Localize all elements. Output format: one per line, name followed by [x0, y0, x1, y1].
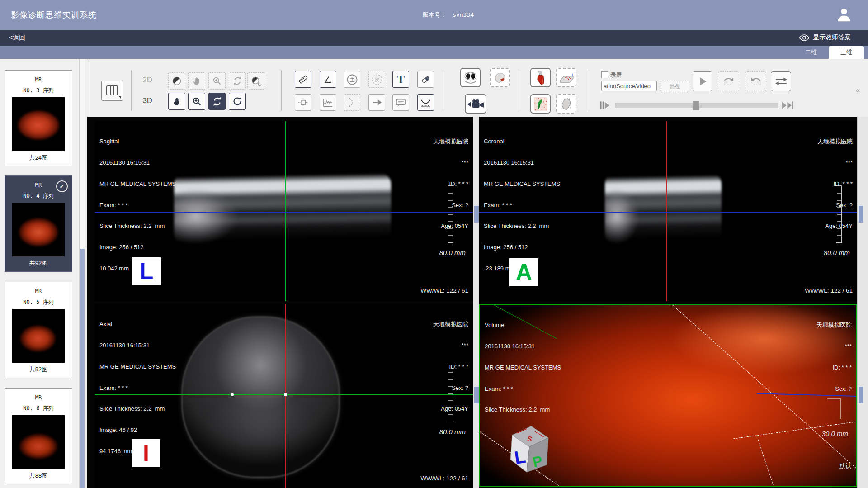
- slice-scroll-thumb[interactable]: [474, 206, 479, 223]
- rotate-3d-icon: [212, 96, 223, 107]
- show-teacher-answer-label: 显示教师答案: [813, 33, 851, 42]
- tool-heart[interactable]: [556, 94, 576, 114]
- tool-measure-line[interactable]: [295, 71, 311, 88]
- study-datetime: 20161130 16:15:31: [99, 342, 176, 349]
- study-datetime: 20161130 16:15:31: [485, 343, 561, 350]
- tool-2d-window-level[interactable]: [168, 72, 185, 90]
- swap-button[interactable]: [771, 71, 791, 91]
- tool-skull-3d[interactable]: [490, 68, 510, 87]
- play-button[interactable]: [693, 71, 712, 91]
- loop-backward-button[interactable]: [745, 71, 766, 91]
- tool-export-video[interactable]: [465, 94, 486, 114]
- tool-eraser[interactable]: [417, 71, 434, 88]
- main-toolbar: 2D 3D: [87, 59, 868, 117]
- tool-patient-table[interactable]: [556, 68, 576, 87]
- spline-curve-icon: [346, 97, 358, 108]
- viewport-sagittal[interactable]: Sagittal 20161130 16:15:31 MR GE MEDICAL…: [95, 121, 473, 301]
- tool-measure-angle[interactable]: [320, 71, 336, 88]
- loop-forward-button[interactable]: [718, 71, 739, 91]
- viewport-title: Sagittal: [99, 138, 176, 145]
- record-checkbox[interactable]: [601, 71, 608, 78]
- tool-arrow-annotation[interactable]: [368, 94, 385, 111]
- tool-ct-slice[interactable]: [460, 68, 481, 87]
- slice-scrollbar-left-column[interactable]: [473, 117, 479, 488]
- ct-slice-lungs-icon: [462, 71, 479, 85]
- orientation-marker: A: [509, 258, 538, 286]
- slice-scroll-thumb[interactable]: [474, 387, 479, 403]
- fast-rewind-icon[interactable]: [599, 100, 612, 110]
- path-button[interactable]: 路径: [661, 81, 689, 92]
- window-level-reset-icon: [250, 76, 262, 86]
- anonymous-stars: ***: [817, 159, 853, 166]
- tool-2d-zoom[interactable]: [208, 72, 226, 90]
- tool-3d-zoom[interactable]: [188, 93, 205, 110]
- tab-2d[interactable]: 二维: [793, 46, 829, 59]
- tool-3d-reset[interactable]: [229, 93, 246, 110]
- mr-axial-image: [183, 317, 339, 477]
- viewport-axial[interactable]: Axial 20161130 16:15:31 MR GE MEDICAL SY…: [95, 304, 473, 488]
- study-datetime: 20161130 16:15:31: [99, 159, 176, 166]
- tool-spline[interactable]: [344, 94, 360, 111]
- eye-icon: [799, 34, 810, 42]
- tool-cursor-secondary[interactable]: 次: [368, 71, 385, 88]
- tool-knee-bone[interactable]: [530, 68, 551, 87]
- tool-curve-measure[interactable]: [417, 94, 434, 111]
- patient-sex: Sex: ?: [816, 385, 852, 393]
- reset-3d-icon: [232, 96, 243, 107]
- image-index: Image: 46 / 92: [99, 426, 176, 434]
- series-name: NO. 4 序列: [5, 192, 72, 200]
- video-progress-track[interactable]: [615, 103, 778, 108]
- tool-2d-rotate[interactable]: [229, 72, 246, 90]
- tool-comment[interactable]: [392, 94, 409, 111]
- layout-button[interactable]: [101, 81, 123, 101]
- tool-2d-window-reset[interactable]: [247, 72, 265, 90]
- viewport-title: Volume: [485, 322, 561, 329]
- series-card-3[interactable]: MR NO. 3 序列 共24图: [5, 70, 72, 166]
- tool-roi[interactable]: [295, 94, 311, 111]
- series-card-4[interactable]: MR NO. 4 序列 ✓ 共92图: [5, 175, 72, 272]
- svg-text:主: 主: [349, 77, 354, 82]
- slice-thickness: Slice Thickness: 2.2 mm: [484, 223, 560, 230]
- record-path-input[interactable]: [601, 81, 657, 91]
- eraser-icon: [420, 74, 431, 85]
- fast-forward-icon[interactable]: [781, 100, 795, 110]
- sidebar-scrollbar-thumb[interactable]: [80, 249, 85, 488]
- tool-cursor-primary[interactable]: 主: [344, 71, 360, 88]
- tool-text-annotation[interactable]: T: [392, 71, 409, 88]
- collapse-chevron-icon[interactable]: «: [856, 86, 860, 95]
- viewport-volume[interactable]: L P S Volume 20161130 16:15:31 MR GE MED…: [479, 304, 857, 487]
- slice-scroll-thumb[interactable]: [859, 387, 863, 403]
- tab-3d[interactable]: 三维: [829, 46, 864, 59]
- user-avatar-icon[interactable]: [835, 6, 853, 24]
- slice-scroll-thumb[interactable]: [859, 206, 863, 223]
- slice-scrollbar-right-column[interactable]: [857, 117, 868, 488]
- series-card-5[interactable]: MR NO. 5 序列 共92图: [5, 282, 72, 378]
- tool-tissue-leaf[interactable]: [530, 94, 551, 114]
- scale-ruler: [443, 364, 457, 423]
- back-button[interactable]: <返回: [9, 34, 25, 42]
- anonymous-stars: ***: [816, 343, 852, 350]
- sidebar-scrollbar[interactable]: [79, 59, 85, 488]
- record-label[interactable]: 录屏: [610, 71, 622, 79]
- viewport-title: Axial: [99, 321, 176, 328]
- series-name: NO. 5 序列: [5, 298, 72, 306]
- device-name: MR GE MEDICAL SYSTEMS: [99, 180, 176, 188]
- tool-2d-pan[interactable]: [188, 72, 205, 90]
- series-name: NO. 3 序列: [5, 87, 72, 95]
- show-teacher-answer-button[interactable]: 显示教师答案: [799, 33, 851, 42]
- series-modality: MR: [5, 76, 72, 83]
- series-card-6[interactable]: MR NO. 6 序列 共88图: [5, 388, 72, 484]
- window-level-icon: [171, 76, 182, 86]
- viewport-title: Coronal: [484, 138, 560, 145]
- comment-balloon-icon: [395, 96, 407, 109]
- roi-box-icon: [297, 97, 309, 108]
- tool-profile-curve[interactable]: [320, 94, 336, 111]
- tool-3d-rotate[interactable]: [208, 93, 226, 110]
- viewport-coronal[interactable]: Coronal 20161130 16:15:31 MR GE MEDICAL …: [479, 121, 857, 301]
- tool-3d-pan[interactable]: [168, 93, 185, 110]
- hospital-name: 天堰模拟医院: [817, 138, 853, 145]
- orientation-cube[interactable]: L P S: [505, 422, 552, 475]
- scale-ruler: [832, 185, 845, 244]
- video-progress-thumb[interactable]: [693, 101, 699, 110]
- series-modality: MR: [5, 394, 72, 401]
